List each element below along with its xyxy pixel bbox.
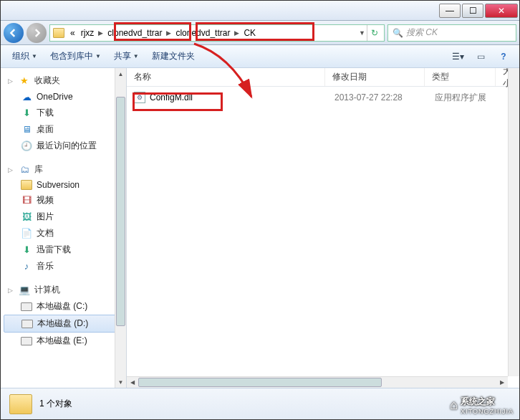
- library-icon: 🗂: [19, 164, 30, 176]
- status-text: 1 个对象: [39, 398, 72, 410]
- download-icon: ⬇: [21, 244, 32, 256]
- drive-icon: [21, 302, 32, 311]
- crumb-prefix[interactable]: «: [67, 25, 78, 41]
- folder-icon: [21, 180, 32, 190]
- folder-icon: [53, 28, 64, 38]
- recent-icon: 🕘: [21, 140, 32, 152]
- video-icon: 🎞: [21, 195, 32, 206]
- organize-menu[interactable]: 组织▼: [6, 47, 43, 65]
- dll-icon: ⚙: [134, 92, 145, 103]
- music-icon: ♪: [21, 261, 32, 272]
- picture-icon: 🖼: [21, 211, 32, 223]
- download-icon: ⬇: [21, 108, 32, 119]
- sidebar-item-drive-c[interactable]: 本地磁盘 (C:): [1, 298, 126, 315]
- column-name[interactable]: 名称: [127, 68, 325, 86]
- computer-icon: 💻: [19, 285, 30, 296]
- file-list[interactable]: ⚙ConfigM.dll 2013-07-27 22:28 应用程序扩展: [127, 87, 519, 108]
- share-menu[interactable]: 共享▼: [108, 47, 145, 65]
- scroll-right-icon[interactable]: ▶: [496, 377, 508, 388]
- search-input[interactable]: 🔍 搜索 CK: [387, 24, 516, 42]
- chevron-right-icon[interactable]: ▶: [233, 29, 241, 37]
- chevron-right-icon[interactable]: ▶: [97, 29, 105, 37]
- scroll-left-icon[interactable]: ◀: [127, 377, 138, 388]
- crumb-ck[interactable]: CK: [241, 25, 259, 41]
- sidebar-item-xunlei[interactable]: ⬇迅雷下载: [1, 242, 126, 258]
- navbar: « rjxz ▶ clonedvd_ttrar ▶ clonedvd_ttrar…: [1, 21, 519, 45]
- sidebar-libraries[interactable]: ▷🗂库: [1, 161, 126, 178]
- star-icon: ★: [19, 75, 30, 87]
- file-row[interactable]: ⚙ConfigM.dll 2013-07-27 22:28 应用程序扩展: [127, 90, 519, 105]
- sidebar-item-music[interactable]: ♪音乐: [1, 258, 126, 275]
- vertical-scrollbar[interactable]: [508, 68, 519, 376]
- sidebar-item-subversion[interactable]: Subversion: [1, 178, 126, 192]
- column-headers: 名称 修改日期 类型 大小: [127, 68, 519, 87]
- navigation-pane: ▷★收藏夹 ☁OneDrive ⬇下载 🖥桌面 🕘最近访问的位置 ▷🗂库 Sub…: [1, 68, 127, 388]
- sidebar-item-drive-d[interactable]: 本地磁盘 (D:): [4, 315, 123, 333]
- minimize-button[interactable]: —: [439, 4, 461, 18]
- include-menu[interactable]: 包含到库中▼: [44, 47, 107, 65]
- view-options-button[interactable]: ☰▾: [448, 49, 468, 65]
- onedrive-icon: ☁: [21, 91, 32, 102]
- close-button[interactable]: ✕: [485, 4, 518, 18]
- desktop-icon: 🖥: [21, 124, 32, 135]
- address-bar[interactable]: « rjxz ▶ clonedvd_ttrar ▶ clonedvd_ttrar…: [49, 24, 385, 42]
- sidebar-item-desktop[interactable]: 🖥桌面: [1, 121, 126, 138]
- sidebar-item-onedrive[interactable]: ☁OneDrive: [1, 89, 126, 105]
- expand-icon: ▷: [8, 166, 14, 173]
- column-date[interactable]: 修改日期: [325, 68, 425, 86]
- scrollbar-thumb[interactable]: [138, 378, 382, 387]
- file-type: 应用程序扩展: [428, 92, 499, 104]
- sidebar-item-drive-e[interactable]: 本地磁盘 (E:): [1, 333, 126, 349]
- history-dropdown-icon[interactable]: ▼: [357, 29, 367, 37]
- sidebar-item-pictures[interactable]: 🖼图片: [1, 209, 126, 225]
- column-type[interactable]: 类型: [425, 68, 496, 86]
- maximize-button[interactable]: ☐: [462, 4, 483, 18]
- back-button[interactable]: [4, 23, 24, 43]
- sidebar-computer[interactable]: ▷💻计算机: [1, 282, 126, 298]
- sidebar-item-recent[interactable]: 🕘最近访问的位置: [1, 138, 126, 154]
- file-name: ConfigM.dll: [150, 92, 193, 102]
- sidebar-scrollbar[interactable]: ▲ ▼: [115, 68, 126, 388]
- sidebar-favorites[interactable]: ▷★收藏夹: [1, 72, 126, 89]
- sidebar-item-videos[interactable]: 🎞视频: [1, 192, 126, 209]
- watermark: ⌂ 系统之家 XITONGZHIJIA: [450, 396, 514, 415]
- house-icon: ⌂: [450, 398, 458, 413]
- newfolder-button[interactable]: 新建文件夹: [146, 47, 201, 65]
- toolbar: 组织▼ 包含到库中▼ 共享▼ 新建文件夹 ☰▾ ▭ ?: [1, 45, 519, 68]
- search-icon: 🔍: [393, 28, 403, 38]
- file-list-pane: 名称 修改日期 类型 大小 ⚙ConfigM.dll 2013-07-27 22…: [127, 68, 519, 388]
- drive-icon: [21, 337, 32, 345]
- crumb-rjxz[interactable]: rjxz: [78, 25, 97, 41]
- preview-pane-button[interactable]: ▭: [471, 49, 491, 65]
- help-button[interactable]: ?: [493, 49, 514, 65]
- scroll-down-icon[interactable]: ▼: [115, 376, 126, 388]
- crumb-clonedvd2[interactable]: clonedvd_ttrar: [173, 25, 233, 41]
- body: ▷★收藏夹 ☁OneDrive ⬇下载 🖥桌面 🕘最近访问的位置 ▷🗂库 Sub…: [1, 68, 519, 388]
- expand-icon: ▷: [8, 77, 14, 85]
- sidebar-item-downloads[interactable]: ⬇下载: [1, 105, 126, 121]
- scroll-up-icon[interactable]: ▲: [115, 68, 126, 80]
- refresh-button[interactable]: ↻: [367, 25, 381, 41]
- scrollbar-thumb[interactable]: [116, 97, 125, 326]
- statusbar: 1 个对象: [1, 388, 519, 419]
- sidebar-item-documents[interactable]: 📄文档: [1, 225, 126, 242]
- expand-icon: ▷: [8, 287, 14, 294]
- document-icon: 📄: [21, 228, 32, 239]
- horizontal-scrollbar[interactable]: ◀ ▶: [127, 376, 508, 388]
- drive-icon: [21, 320, 33, 328]
- forward-button[interactable]: [27, 23, 47, 43]
- crumb-clonedvd1[interactable]: clonedvd_ttrar: [105, 25, 165, 41]
- titlebar: — ☐ ✕: [1, 1, 519, 21]
- chevron-right-icon[interactable]: ▶: [165, 29, 173, 37]
- file-date: 2013-07-27 22:28: [327, 92, 428, 102]
- search-placeholder: 搜索 CK: [406, 27, 438, 39]
- folder-icon: [9, 394, 32, 414]
